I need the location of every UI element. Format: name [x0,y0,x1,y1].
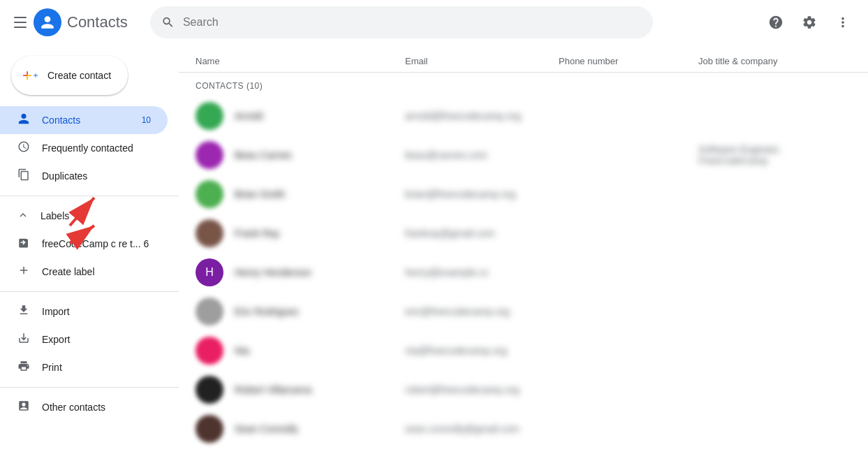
contact-job: Software Engineer, FreeCodeCamp [698,144,851,166]
contact-name: Henry Henderson [235,267,405,278]
name-col-label: Name [196,56,220,66]
avatar [196,141,223,169]
freecodecamp-label: freeCodeCamp c re t... 6 [42,238,149,249]
settings-button[interactable] [795,8,823,36]
avatar [196,102,223,130]
create-icon [22,67,39,84]
contacts-label: Contacts [42,115,80,126]
main-content: Name Email Phone number Job title & comp… [179,45,868,454]
search-bar[interactable] [150,6,653,38]
col-header-name: Name [196,56,405,66]
sidebar-item-contacts[interactable]: Contacts 10 [0,106,168,134]
col-header-job: Job title & company [698,56,851,66]
export-label: Export [42,334,70,345]
avatar [196,219,223,247]
sidebar-item-export[interactable]: Export [0,325,168,353]
divider-2 [0,291,179,292]
table-row[interactable]: Nia nia@freecodecamp.org [179,331,868,370]
sidebar-item-import[interactable]: Import [0,298,168,325]
contact-email: brian@freecodecamp.org [405,189,559,200]
app-logo[interactable]: Contacts [34,8,128,36]
contact-email: frankray@gmail.com [405,228,559,239]
contact-name: Eric Rodriguez [235,306,405,317]
phone-col-label: Phone number [559,56,618,66]
header: Contacts [0,0,868,45]
sidebar: Create contact Contacts 10 Frequently co… [0,45,179,454]
contact-email: nia@freecodecamp.org [405,345,559,356]
col-header-phone: Phone number [559,56,698,66]
table-row[interactable]: Eric Rodriguez eric@freecodecamp.org [179,292,868,331]
header-actions [762,8,857,36]
table-row[interactable]: Sean Connolly sean.connolly@gmail.com [179,409,868,448]
chevron-up-icon [17,209,29,224]
app-name: Contacts [67,13,128,31]
duplicates-label: Duplicates [42,170,87,182]
table-row[interactable]: Brian Smith brian@freecodecamp.org [179,175,868,214]
job-col-label: Job title & company [698,56,777,66]
search-input[interactable] [183,16,642,29]
other-contacts-icon [17,400,31,416]
table-row[interactable]: Arnold arnold@freecodecamp.org [179,96,868,136]
avatar [196,337,223,365]
sidebar-item-freecodecamp[interactable]: freeCodeCamp c re t... 6 [0,230,168,258]
sidebar-item-create-label[interactable]: Create label [0,258,168,286]
contacts-icon [17,112,31,129]
contact-email: eric@freecodecamp.org [405,306,559,317]
table-row[interactable]: H Henry Henderson henry@example.cc [179,253,868,292]
contacts-list: Arnold arnold@freecodecamp.org Beau Carn… [179,96,868,448]
clock-icon [17,140,31,156]
other-contacts-label: Other contacts [42,402,105,413]
print-icon [17,360,31,376]
contact-email: sean.connolly@gmail.com [405,423,559,434]
labels-label: Labels [41,210,69,221]
contact-name: Frank Ray [235,228,405,239]
import-label: Import [42,306,70,317]
contact-name: Arnold [235,110,405,122]
labels-section-header[interactable]: Labels [0,202,179,230]
avatar [196,298,223,325]
table-row[interactable]: Frank Ray frankray@gmail.com [179,214,868,253]
search-icon [161,15,175,29]
col-header-email: Email [405,56,559,66]
sidebar-item-duplicates[interactable]: Duplicates [0,162,168,190]
contact-email: beau@carnes.com [405,149,559,161]
help-button[interactable] [762,8,790,36]
main-layout: Create contact Contacts 10 Frequently co… [0,45,868,454]
contacts-badge: 10 [142,115,151,125]
label-icon [17,236,31,252]
plus-icon [17,264,31,280]
sidebar-item-print[interactable]: Print [0,353,168,381]
email-col-label: Email [405,56,428,66]
avatar: H [196,258,223,286]
sidebar-item-frequently-contacted[interactable]: Frequently contacted [0,134,168,162]
avatar [196,415,223,443]
frequently-contacted-label: Frequently contacted [42,142,133,154]
app-logo-icon [34,8,61,36]
create-label-label: Create label [42,266,95,277]
print-label: Print [42,362,62,373]
contact-name: Beau Carnes [235,149,405,161]
avatar [196,180,223,208]
sidebar-item-other-contacts[interactable]: Other contacts [0,393,168,421]
contact-name: Sean Connolly [235,423,405,434]
table-row[interactable]: Robert Villanueva robert@freecodecamp.or… [179,370,868,409]
contact-email: henry@example.cc [405,267,559,278]
avatar [196,376,223,404]
contact-name: Brian Smith [235,189,405,200]
import-icon [17,304,31,320]
divider-3 [0,387,179,388]
contacts-table-header: Name Email Phone number Job title & comp… [179,45,868,73]
contact-email: robert@freecodecamp.org [405,384,559,395]
contacts-count: CONTACTS (10) [179,73,868,96]
copy-icon [17,168,31,184]
table-row[interactable]: Beau Carnes beau@carnes.com Software Eng… [179,136,868,175]
export-icon [17,332,31,348]
divider-1 [0,196,179,196]
contact-email: arnold@freecodecamp.org [405,110,559,122]
create-contact-button[interactable]: Create contact [11,56,128,95]
contact-name: Nia [235,345,405,356]
create-contact-label: Create contact [47,70,111,81]
contact-name: Robert Villanueva [235,384,405,395]
menu-icon[interactable] [11,14,28,31]
more-button[interactable] [829,8,857,36]
